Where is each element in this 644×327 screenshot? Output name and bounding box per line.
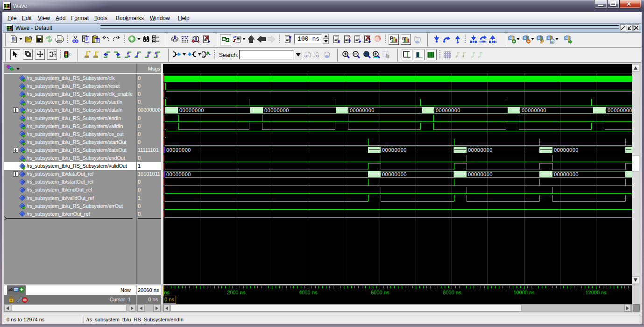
svg-text:00000000: 00000000 — [166, 171, 191, 177]
svg-text:00000000: 00000000 — [468, 147, 493, 153]
svg-text:00000000: 00000000 — [554, 147, 579, 153]
svg-text:00000000: 00000000 — [179, 107, 204, 113]
svg-text:00000000: 00000000 — [608, 107, 632, 113]
svg-text:00000000: 00000000 — [166, 147, 191, 153]
svg-text:0 ns: 0 ns — [164, 297, 174, 302]
svg-text:4000 ns: 4000 ns — [299, 290, 318, 295]
svg-text:00000000: 00000000 — [554, 171, 579, 177]
svg-text:00000000: 00000000 — [264, 107, 289, 113]
svg-text:2000 ns: 2000 ns — [227, 290, 246, 295]
svg-text:12000 ns: 12000 ns — [585, 290, 607, 295]
svg-text:6000 ns: 6000 ns — [371, 290, 389, 295]
svg-text:8000 ns: 8000 ns — [443, 290, 461, 295]
svg-text:00000000: 00000000 — [468, 171, 493, 177]
svg-text:00000000: 00000000 — [382, 171, 407, 177]
svg-text:0 ns: 0 ns — [163, 290, 170, 295]
svg-text:00000000: 00000000 — [436, 107, 460, 113]
svg-text:00000000: 00000000 — [522, 107, 546, 113]
svg-text:10000 ns: 10000 ns — [513, 290, 535, 295]
svg-text:00000000: 00000000 — [382, 147, 407, 153]
svg-text:00000000: 00000000 — [350, 107, 375, 113]
